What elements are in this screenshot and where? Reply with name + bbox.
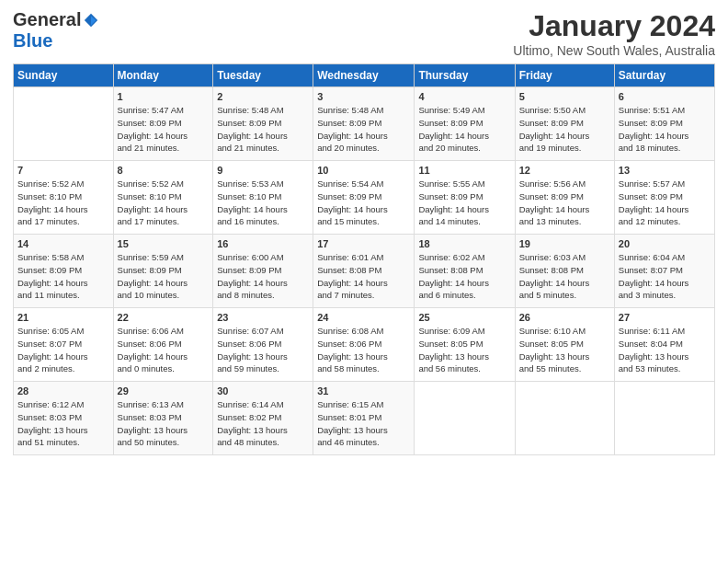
day-number: 3 (317, 91, 410, 102)
day-number: 7 (17, 165, 109, 176)
day-info: Sunrise: 5:59 AMSunset: 8:09 PMDaylight:… (118, 251, 210, 302)
header-day-friday: Friday (515, 64, 614, 87)
day-number: 16 (217, 238, 309, 249)
day-info: Sunrise: 5:56 AMSunset: 8:09 PMDaylight:… (519, 178, 610, 228)
calendar-cell (515, 382, 614, 455)
calendar-cell: 28Sunrise: 6:12 AMSunset: 8:03 PMDayligh… (14, 382, 114, 455)
day-number: 25 (418, 312, 510, 323)
day-info: Sunrise: 6:08 AMSunset: 8:06 PMDaylight:… (317, 325, 410, 375)
day-info: Sunrise: 6:15 AMSunset: 8:01 PMDaylight:… (317, 398, 410, 449)
calendar-cell: 23Sunrise: 6:07 AMSunset: 8:06 PMDayligh… (213, 308, 313, 382)
header-day-monday: Monday (113, 64, 213, 87)
day-info: Sunrise: 6:10 AMSunset: 8:05 PMDaylight:… (519, 325, 610, 375)
header-day-thursday: Thursday (415, 64, 515, 87)
day-info: Sunrise: 6:06 AMSunset: 8:06 PMDaylight:… (118, 325, 210, 375)
day-number: 19 (519, 238, 610, 249)
day-number: 13 (619, 165, 711, 176)
logo-text: General (13, 9, 99, 30)
day-info: Sunrise: 6:00 AMSunset: 8:09 PMDaylight:… (217, 251, 309, 302)
page: General Blue January 2024 Ultimo, New So… (0, 0, 728, 465)
calendar-cell: 21Sunrise: 6:05 AMSunset: 8:07 PMDayligh… (14, 308, 114, 382)
day-info: Sunrise: 5:52 AMSunset: 8:10 PMDaylight:… (17, 178, 109, 228)
day-info: Sunrise: 5:57 AMSunset: 8:09 PMDaylight:… (619, 178, 711, 228)
day-info: Sunrise: 5:54 AMSunset: 8:09 PMDaylight:… (317, 178, 410, 228)
calendar-cell: 19Sunrise: 6:03 AMSunset: 8:08 PMDayligh… (515, 235, 614, 308)
calendar-cell: 3Sunrise: 5:48 AMSunset: 8:09 PMDaylight… (313, 87, 415, 161)
calendar-cell: 22Sunrise: 6:06 AMSunset: 8:06 PMDayligh… (113, 308, 213, 382)
day-number: 15 (118, 238, 210, 249)
week-row-3: 14Sunrise: 5:58 AMSunset: 8:09 PMDayligh… (14, 235, 715, 308)
calendar-cell (14, 87, 114, 161)
logo-general: General (13, 9, 81, 30)
logo: General Blue (13, 9, 99, 52)
day-number: 29 (118, 385, 210, 396)
calendar-cell: 8Sunrise: 5:52 AMSunset: 8:10 PMDaylight… (113, 161, 213, 235)
day-info: Sunrise: 5:49 AMSunset: 8:09 PMDaylight:… (418, 104, 510, 155)
week-row-5: 28Sunrise: 6:12 AMSunset: 8:03 PMDayligh… (14, 382, 715, 455)
day-info: Sunrise: 6:12 AMSunset: 8:03 PMDaylight:… (17, 398, 109, 449)
calendar-cell: 6Sunrise: 5:51 AMSunset: 8:09 PMDaylight… (614, 87, 714, 161)
day-info: Sunrise: 5:47 AMSunset: 8:09 PMDaylight:… (118, 104, 210, 155)
day-number: 30 (217, 385, 309, 396)
day-info: Sunrise: 6:09 AMSunset: 8:05 PMDaylight:… (418, 325, 510, 375)
day-number: 4 (418, 91, 510, 102)
day-info: Sunrise: 5:53 AMSunset: 8:10 PMDaylight:… (217, 178, 309, 228)
location-subtitle: Ultimo, New South Wales, Australia (513, 43, 715, 58)
day-number: 2 (217, 91, 309, 102)
calendar-cell: 20Sunrise: 6:04 AMSunset: 8:07 PMDayligh… (614, 235, 714, 308)
day-info: Sunrise: 6:04 AMSunset: 8:07 PMDaylight:… (619, 251, 711, 302)
header-day-wednesday: Wednesday (313, 64, 415, 87)
calendar-cell: 12Sunrise: 5:56 AMSunset: 8:09 PMDayligh… (515, 161, 614, 235)
calendar-cell: 4Sunrise: 5:49 AMSunset: 8:09 PMDaylight… (415, 87, 515, 161)
calendar-cell: 26Sunrise: 6:10 AMSunset: 8:05 PMDayligh… (515, 308, 614, 382)
day-number: 23 (217, 312, 309, 323)
day-info: Sunrise: 5:55 AMSunset: 8:09 PMDaylight:… (418, 178, 510, 228)
logo-icon (83, 12, 99, 29)
calendar-cell: 7Sunrise: 5:52 AMSunset: 8:10 PMDaylight… (14, 161, 114, 235)
day-number: 6 (619, 91, 711, 102)
day-info: Sunrise: 5:51 AMSunset: 8:09 PMDaylight:… (619, 104, 711, 155)
day-info: Sunrise: 5:52 AMSunset: 8:10 PMDaylight:… (118, 178, 210, 228)
calendar-cell: 18Sunrise: 6:02 AMSunset: 8:08 PMDayligh… (415, 235, 515, 308)
week-row-1: 1Sunrise: 5:47 AMSunset: 8:09 PMDaylight… (14, 87, 715, 161)
day-info: Sunrise: 6:01 AMSunset: 8:08 PMDaylight:… (317, 251, 410, 302)
day-number: 12 (519, 165, 610, 176)
day-number: 26 (519, 312, 610, 323)
calendar-cell: 27Sunrise: 6:11 AMSunset: 8:04 PMDayligh… (614, 308, 714, 382)
calendar-cell: 17Sunrise: 6:01 AMSunset: 8:08 PMDayligh… (313, 235, 415, 308)
day-number: 22 (118, 312, 210, 323)
calendar-cell: 29Sunrise: 6:13 AMSunset: 8:03 PMDayligh… (113, 382, 213, 455)
day-info: Sunrise: 6:14 AMSunset: 8:02 PMDaylight:… (217, 398, 309, 449)
day-info: Sunrise: 5:48 AMSunset: 8:09 PMDaylight:… (317, 104, 410, 155)
day-number: 5 (519, 91, 610, 102)
day-info: Sunrise: 6:11 AMSunset: 8:04 PMDaylight:… (619, 325, 711, 375)
calendar-cell: 9Sunrise: 5:53 AMSunset: 8:10 PMDaylight… (213, 161, 313, 235)
day-number: 10 (317, 165, 410, 176)
day-number: 27 (619, 312, 711, 323)
day-info: Sunrise: 6:13 AMSunset: 8:03 PMDaylight:… (118, 398, 210, 449)
logo-blue: Blue (13, 30, 52, 52)
day-number: 9 (217, 165, 309, 176)
day-info: Sunrise: 6:07 AMSunset: 8:06 PMDaylight:… (217, 325, 309, 375)
week-row-4: 21Sunrise: 6:05 AMSunset: 8:07 PMDayligh… (14, 308, 715, 382)
day-number: 18 (418, 238, 510, 249)
day-number: 14 (17, 238, 109, 249)
day-number: 17 (317, 238, 410, 249)
day-info: Sunrise: 6:03 AMSunset: 8:08 PMDaylight:… (519, 251, 610, 302)
day-number: 1 (118, 91, 210, 102)
calendar-cell: 1Sunrise: 5:47 AMSunset: 8:09 PMDaylight… (113, 87, 213, 161)
day-number: 24 (317, 312, 410, 323)
header-day-sunday: Sunday (14, 64, 114, 87)
calendar-cell: 24Sunrise: 6:08 AMSunset: 8:06 PMDayligh… (313, 308, 415, 382)
calendar-cell: 5Sunrise: 5:50 AMSunset: 8:09 PMDaylight… (515, 87, 614, 161)
calendar-cell (614, 382, 714, 455)
calendar-cell: 2Sunrise: 5:48 AMSunset: 8:09 PMDaylight… (213, 87, 313, 161)
header: General Blue January 2024 Ultimo, New So… (13, 9, 715, 58)
day-info: Sunrise: 5:48 AMSunset: 8:09 PMDaylight:… (217, 104, 309, 155)
header-day-saturday: Saturday (614, 64, 714, 87)
calendar-cell: 25Sunrise: 6:09 AMSunset: 8:05 PMDayligh… (415, 308, 515, 382)
calendar-cell: 13Sunrise: 5:57 AMSunset: 8:09 PMDayligh… (614, 161, 714, 235)
calendar-cell: 10Sunrise: 5:54 AMSunset: 8:09 PMDayligh… (313, 161, 415, 235)
day-info: Sunrise: 6:02 AMSunset: 8:08 PMDaylight:… (418, 251, 510, 302)
calendar-cell: 31Sunrise: 6:15 AMSunset: 8:01 PMDayligh… (313, 382, 415, 455)
